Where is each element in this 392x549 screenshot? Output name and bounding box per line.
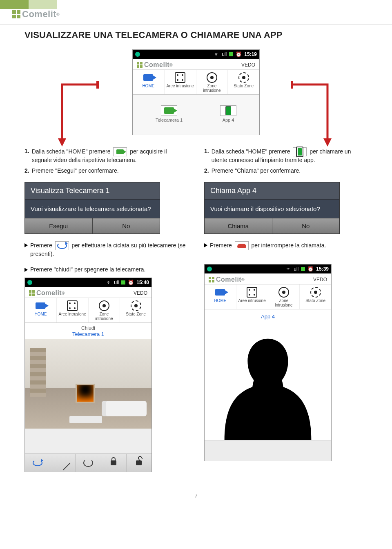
wifi-icon: ᯤ	[214, 51, 219, 57]
top-phone-mock: ᯤ ull ⏰ 15:19 Comelit® VEDO HOME	[132, 49, 260, 135]
svg-rect-1	[291, 81, 293, 89]
status-dot-icon	[27, 280, 32, 285]
hangup-button-icon	[235, 241, 249, 250]
tab-zone[interactable]: Zone intrusione	[89, 298, 120, 322]
tab-home[interactable]: HOME	[25, 298, 57, 322]
brand-logo-small: Comelit®	[29, 289, 65, 297]
arrow-left	[46, 81, 107, 151]
chiudi-label[interactable]: Chiudi	[25, 323, 151, 331]
camera-caption: Telecamera 1	[25, 331, 151, 339]
camera-view: Chiudi Telecamera 1	[25, 323, 151, 453]
areas-icon	[67, 300, 78, 311]
dialog-visualizza: Visualizza Telecamera 1 Vuoi visualizzar…	[24, 182, 160, 234]
tab-home[interactable]: HOME	[133, 70, 165, 94]
svg-rect-0	[96, 81, 99, 89]
profile-label: VEDO	[134, 290, 147, 296]
phone-icon	[225, 106, 231, 115]
section-title: VISUALIZZARE UNA TELECAMERA O CHIAMARE U…	[24, 30, 368, 40]
triangle-bullet-icon	[204, 243, 207, 247]
status-dot-icon	[207, 267, 212, 271]
tab-bar: HOME Aree intrusione Zone intrusione Sta…	[205, 285, 331, 309]
app-bar: Comelit® VEDO	[25, 287, 151, 298]
camera-icon	[164, 107, 174, 114]
battery-icon	[121, 280, 125, 285]
left-phone2: ᯤ ull ⏰ 15:40 Comelit® VEDO	[24, 278, 152, 472]
tab-stato-zone[interactable]: Stato Zone	[300, 285, 331, 309]
top-color-bar	[0, 0, 392, 9]
left-column: 1. Dalla scheda "HOME" premere per acqui…	[24, 145, 188, 472]
camera-icon	[215, 289, 225, 296]
status-dot-icon	[135, 52, 140, 57]
status-bar: ᯤ ull ⏰ 15:19	[133, 50, 259, 59]
clock-text: 15:39	[316, 266, 329, 272]
tab-aree[interactable]: Aree intrusione	[236, 285, 268, 309]
wifi-icon: ᯤ	[286, 266, 291, 272]
right-phone2: ᯤ ull ⏰ 15:39 Comelit® VEDO	[204, 264, 332, 461]
brand-logo-small: Comelit®	[137, 61, 173, 69]
siren-button[interactable]	[76, 454, 101, 472]
zones-icon	[278, 287, 289, 298]
status-bar: ᯤ ull ⏰ 15:39	[205, 264, 331, 273]
alarm-icon: ⏰	[128, 280, 134, 285]
tab-stato-zone[interactable]: Stato Zone	[120, 298, 151, 322]
alarm-icon: ⏰	[236, 51, 242, 57]
lock-open-icon	[136, 460, 142, 465]
right-column: 1. Dalla scheda "HOME" premere per chiam…	[204, 145, 368, 472]
page-number: 7	[0, 485, 392, 511]
tab-home[interactable]: HOME	[205, 285, 236, 309]
cycle-button[interactable]	[25, 454, 50, 472]
page-header: Comelit®	[0, 9, 392, 25]
right-bullet1: Premere per interrompere la chiamata.	[204, 241, 368, 250]
areas-icon	[175, 72, 185, 83]
camera-button-icon	[113, 147, 127, 156]
tab-bar: HOME Aree intrusione Zone intrusione Sta…	[25, 298, 151, 323]
zone-status-icon	[310, 287, 321, 298]
arrow-right	[283, 81, 344, 151]
call-toolbar	[205, 440, 331, 461]
dialog-title: Visualizza Telecamera 1	[25, 182, 160, 200]
brand-logo-small: Comelit®	[209, 276, 245, 283]
camera-icon	[36, 302, 45, 309]
launch-app[interactable]: App 4	[220, 105, 236, 130]
camera-icon	[143, 74, 153, 81]
dialog-no-button[interactable]: No	[93, 218, 160, 233]
dialog-no-button[interactable]: No	[272, 218, 340, 233]
triangle-bullet-icon	[24, 268, 28, 272]
lock-closed-button[interactable]	[101, 454, 127, 472]
tab-zone[interactable]: Zone intrusione	[196, 70, 228, 94]
dialog-chiama-button[interactable]: Chiama	[205, 218, 272, 233]
launch-telecamera[interactable]: Telecamera 1	[156, 105, 183, 130]
triangle-bullet-icon	[24, 243, 28, 247]
tab-stato-zone[interactable]: Stato Zone	[228, 70, 259, 94]
camera-toolbar	[25, 453, 151, 472]
dialog-chiama: Chiama App 4 Vuoi chiamare il dispositiv…	[204, 182, 340, 234]
cycle-icon	[33, 460, 42, 466]
caller-silhouette-icon	[219, 334, 317, 440]
dialog-esegui-button[interactable]: Esegui	[25, 218, 93, 233]
left-step2: 2. Premere "Esegui" per confermare.	[24, 167, 188, 175]
clock-text: 15:19	[244, 51, 257, 57]
tab-aree[interactable]: Aree intrusione	[165, 70, 196, 94]
brand-text: Comelit	[22, 9, 56, 20]
right-step2: 2. Premere "Chiama" per confermare.	[204, 167, 368, 175]
signal-icon: ull	[294, 266, 298, 272]
lock-open-button[interactable]	[127, 454, 151, 472]
zones-icon	[207, 72, 217, 83]
dialog-body: Vuoi chiamare il dispositivo selezionato…	[205, 200, 339, 218]
cycle-button-icon	[55, 241, 69, 250]
wifi-icon: ᯤ	[107, 280, 111, 285]
mute-button[interactable]	[50, 454, 76, 472]
left-bullet2: Premere "chiudi" per spegnere la telecam…	[24, 266, 188, 274]
dialog-title: Chiama App 4	[205, 182, 339, 200]
brand-logo: Comelit®	[12, 9, 60, 20]
camera-feed-image	[25, 339, 151, 429]
tab-zone[interactable]: Zone intrusione	[268, 285, 300, 309]
hero-phone-area: ᯤ ull ⏰ 15:19 Comelit® VEDO HOME	[24, 49, 368, 135]
signal-icon: ull	[222, 51, 227, 57]
call-caption: App 4	[205, 309, 331, 321]
tab-aree[interactable]: Aree intrusione	[57, 298, 89, 322]
alarm-icon: ⏰	[307, 266, 314, 272]
tab-bar: HOME Aree intrusione Zone intrusione Sta…	[133, 70, 259, 95]
signal-icon: ull	[114, 280, 119, 285]
dialog-body: Vuoi visualizzare la telecamera selezion…	[25, 200, 160, 218]
